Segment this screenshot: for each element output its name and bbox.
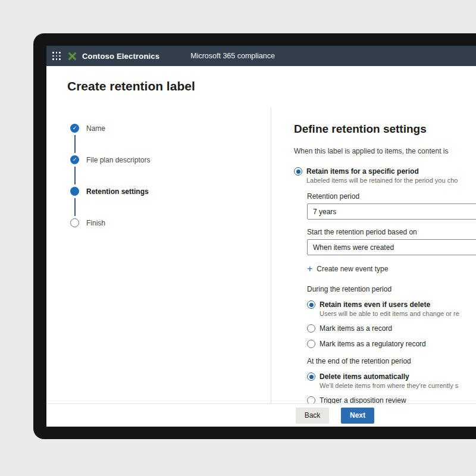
radio-selected-icon[interactable] — [307, 372, 315, 381]
next-button[interactable]: Next — [341, 408, 374, 424]
radio-mark-as-regulatory-record[interactable]: Mark items as a regulatory record — [307, 340, 476, 348]
device-frame: Contoso Electronics Microsoft 365 compli… — [33, 33, 476, 439]
step-complete-check-icon: ✓ — [70, 155, 79, 164]
app-window: Contoso Electronics Microsoft 365 compli… — [46, 46, 476, 427]
brand-name: Contoso Electronics — [82, 52, 159, 61]
step-connector — [74, 167, 76, 184]
wizard-step-retention-settings[interactable]: Retention settings — [70, 187, 271, 216]
step-complete-check-icon: ✓ — [70, 124, 79, 133]
radio-description: We'll delete items from where they're cu… — [320, 382, 476, 389]
step-connector — [74, 135, 76, 153]
radio-retain-even-if-delete[interactable]: Retain items even if users delete — [307, 300, 476, 309]
retention-period-dropdown[interactable]: 7 years — [307, 203, 476, 220]
radio-description: Labeled items will be retained for the p… — [306, 177, 476, 184]
page-title: Create retention label — [67, 79, 195, 93]
wizard-step-name[interactable]: ✓ Name — [70, 124, 271, 153]
wizard-steps-nav: ✓ Name ✓ File plan descriptors Retent — [46, 107, 271, 403]
top-app-bar: Contoso Electronics Microsoft 365 compli… — [46, 46, 476, 66]
radio-description: Users will be able to edit items and cha… — [320, 310, 476, 317]
step-connector — [74, 198, 76, 216]
step-current-dot-icon — [70, 187, 79, 196]
start-based-on-label: Start the retention period based on — [307, 228, 476, 236]
step-label: Name — [86, 124, 105, 133]
radio-trigger-disposition-review[interactable]: Trigger a disposition review — [307, 396, 476, 403]
radio-retain-specific-period[interactable]: Retain items for a specific period — [294, 167, 476, 176]
section-heading: Define retention settings — [294, 122, 476, 136]
app-launcher-waffle-icon[interactable] — [52, 52, 61, 60]
contoso-logo-icon — [67, 51, 78, 62]
radio-delete-automatically[interactable]: Delete items automatically — [307, 372, 476, 381]
end-of-retention-label: At the end of the retention period — [307, 357, 476, 365]
page-header: Create retention label — [46, 66, 476, 107]
radio-selected-icon[interactable] — [294, 167, 302, 176]
step-label: Finish — [86, 219, 105, 227]
retention-settings-panel: Define retention settings When this labe… — [271, 107, 476, 403]
during-retention-label: During the retention period — [307, 285, 476, 293]
step-upcoming-circle-icon — [70, 218, 79, 227]
retention-period-label: Retention period — [307, 192, 476, 201]
back-button[interactable]: Back — [296, 408, 329, 424]
radio-unselected-icon[interactable] — [307, 324, 315, 333]
start-based-on-dropdown[interactable]: When items were created — [307, 239, 476, 255]
radio-selected-icon[interactable] — [307, 300, 315, 309]
step-label: File plan descriptors — [86, 156, 150, 164]
radio-unselected-icon[interactable] — [307, 396, 315, 403]
step-label: Retention settings — [86, 187, 149, 196]
wizard-footer: Back Next — [46, 403, 476, 427]
radio-unselected-icon[interactable] — [307, 340, 315, 348]
section-intro-text: When this label is applied to items, the… — [294, 147, 476, 155]
create-event-type-link[interactable]: + Create new event type — [307, 265, 388, 273]
wizard-step-file-plan-descriptors[interactable]: ✓ File plan descriptors — [70, 155, 271, 184]
wizard-layout: ✓ Name ✓ File plan descriptors Retent — [46, 107, 476, 403]
product-name: Microsoft 365 compliance — [190, 52, 275, 60]
wizard-step-finish[interactable]: Finish — [70, 218, 271, 227]
radio-mark-as-record[interactable]: Mark items as a record — [307, 324, 476, 333]
plus-icon: + — [307, 265, 312, 273]
